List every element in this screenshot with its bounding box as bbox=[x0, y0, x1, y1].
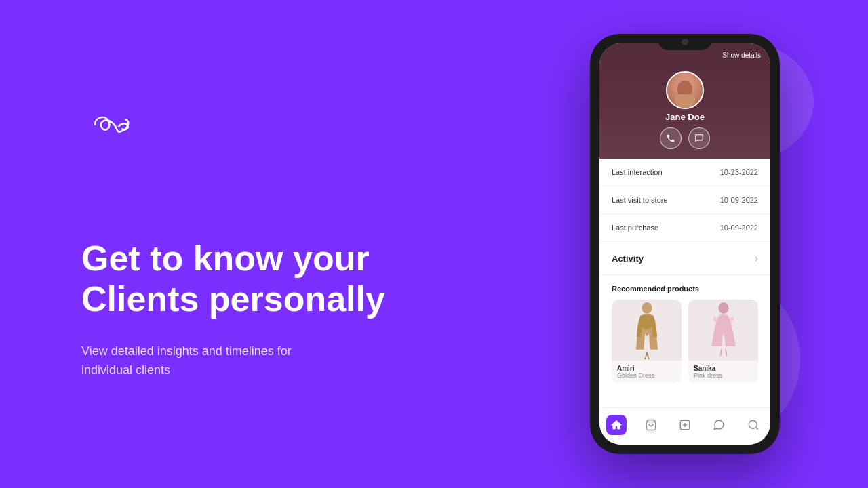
nav-add[interactable] bbox=[675, 415, 695, 435]
product-image-sanika bbox=[688, 300, 758, 361]
product-name-amiri: Amiri bbox=[617, 365, 676, 372]
product-name-sanika: Sanika bbox=[694, 365, 753, 372]
product-sub-amiri: Golden Dress bbox=[617, 372, 676, 379]
last-purchase-row: Last purchase 10-09-2022 bbox=[599, 214, 770, 242]
recommended-title: Recommended products bbox=[612, 285, 758, 293]
chevron-right-icon: › bbox=[755, 253, 758, 264]
activity-label: Activity bbox=[612, 253, 644, 264]
svg-point-0 bbox=[642, 302, 652, 313]
show-details-button[interactable]: Show details bbox=[722, 52, 761, 59]
phone-camera bbox=[682, 39, 688, 45]
svg-line-11 bbox=[755, 427, 757, 429]
profile-name: Jane Doe bbox=[665, 112, 705, 122]
phone-screen: Show details Jane Doe bbox=[599, 43, 770, 445]
nav-search[interactable] bbox=[743, 415, 764, 435]
last-interaction-value: 10-23-2022 bbox=[720, 168, 758, 176]
last-purchase-value: 10-09-2022 bbox=[720, 224, 758, 232]
last-visit-label: Last visit to store bbox=[612, 196, 668, 204]
nav-shopping[interactable] bbox=[641, 415, 661, 435]
product-image-amiri bbox=[612, 300, 682, 361]
last-interaction-label: Last interaction bbox=[612, 168, 663, 176]
svg-point-3 bbox=[718, 302, 728, 313]
subtext: View detailed insights and timelines for… bbox=[81, 342, 434, 381]
svg-line-2 bbox=[647, 352, 649, 359]
phone-frame: Show details Jane Doe bbox=[590, 34, 780, 454]
headline: Get to know your Clients personally bbox=[81, 239, 434, 320]
nav-whatsapp[interactable] bbox=[709, 415, 729, 435]
info-section: Last interaction 10-23-2022 Last visit t… bbox=[599, 159, 770, 407]
avatar bbox=[666, 71, 704, 109]
product-card-amiri[interactable]: Amiri Golden Dress bbox=[612, 300, 682, 383]
phone-notch bbox=[658, 34, 712, 50]
last-visit-value: 10-09-2022 bbox=[720, 196, 758, 204]
brand-logo bbox=[81, 107, 434, 144]
profile-header: Show details Jane Doe bbox=[599, 43, 770, 159]
product-card-sanika[interactable]: Sanika Pink dress bbox=[688, 300, 758, 383]
product-info-amiri: Amiri Golden Dress bbox=[612, 361, 682, 383]
last-purchase-label: Last purchase bbox=[612, 224, 658, 232]
svg-point-10 bbox=[749, 420, 757, 428]
product-info-sanika: Sanika Pink dress bbox=[688, 361, 758, 383]
svg-line-1 bbox=[645, 352, 647, 359]
products-grid: Amiri Golden Dress bbox=[612, 300, 758, 383]
action-buttons bbox=[660, 127, 710, 149]
svg-line-5 bbox=[725, 348, 726, 355]
product-sub-sanika: Pink dress bbox=[694, 372, 753, 379]
last-interaction-row: Last interaction 10-23-2022 bbox=[599, 159, 770, 186]
call-button[interactable] bbox=[660, 127, 682, 149]
last-visit-row: Last visit to store 10-09-2022 bbox=[599, 186, 770, 214]
recommended-section: Recommended products bbox=[599, 275, 770, 390]
svg-line-4 bbox=[720, 348, 722, 355]
activity-row[interactable]: Activity › bbox=[599, 242, 770, 275]
left-content: Get to know your Clients personally View… bbox=[81, 107, 434, 380]
nav-home[interactable] bbox=[606, 415, 627, 435]
message-button[interactable] bbox=[688, 127, 710, 149]
avatar-face bbox=[667, 73, 703, 108]
bottom-nav bbox=[599, 407, 770, 445]
phone-mockup: Show details Jane Doe bbox=[590, 34, 780, 454]
